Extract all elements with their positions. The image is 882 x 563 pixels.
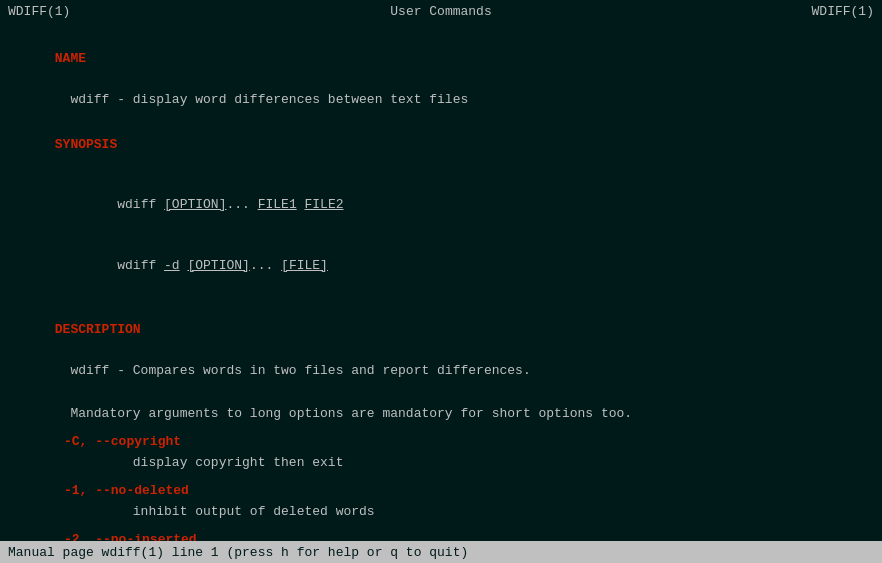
status-bar-text: Manual page wdiff(1) line 1 (press h for… (8, 545, 468, 560)
synopsis-section-label: SYNOPSIS (8, 115, 874, 174)
name-section-label: NAME (8, 29, 874, 88)
options-list: -C, --copyright display copyright then e… (8, 432, 874, 542)
header-right: WDIFF(1) (812, 4, 874, 19)
header-line: WDIFF(1) User Commands WDIFF(1) (8, 4, 874, 19)
description-line2 (8, 383, 874, 403)
description-line1: wdiff - Compares words in two files and … (8, 361, 874, 381)
option-desc-0: display copyright then exit (8, 453, 874, 473)
option-flag-line-1: -1, --no-deleted (8, 481, 874, 501)
option-group-0: -C, --copyright display copyright then e… (8, 432, 874, 473)
header-center: User Commands (390, 4, 491, 19)
option-long-0: --copyright (95, 434, 181, 449)
terminal-window: WDIFF(1) User Commands WDIFF(1) NAME wdi… (0, 0, 882, 563)
option-long-2: --no-inserted (95, 532, 196, 542)
option-flag-0: -C, (64, 434, 95, 449)
option-flag-1: -1, (64, 483, 95, 498)
synopsis-line2: wdiff -d [OPTION]... [FILE] (8, 236, 874, 295)
header-left: WDIFF(1) (8, 4, 70, 19)
option-flag-line-0: -C, --copyright (8, 432, 874, 452)
description-line3: Mandatory arguments to long options are … (8, 404, 874, 424)
synopsis-line1: wdiff [OPTION]... FILE1 FILE2 (8, 176, 874, 235)
name-description: wdiff - display word differences between… (8, 90, 874, 110)
description-section-label: DESCRIPTION (8, 301, 874, 360)
main-content: WDIFF(1) User Commands WDIFF(1) NAME wdi… (0, 0, 882, 541)
status-bar: Manual page wdiff(1) line 1 (press h for… (0, 541, 882, 563)
option-long-1: --no-deleted (95, 483, 189, 498)
option-desc-1: inhibit output of deleted words (8, 502, 874, 522)
option-group-1: -1, --no-deleted inhibit output of delet… (8, 481, 874, 522)
option-group-2: -2, --no-inserted inhibit output of inse… (8, 530, 874, 542)
option-flag-line-2: -2, --no-inserted (8, 530, 874, 542)
option-flag-2: -2, (64, 532, 95, 542)
